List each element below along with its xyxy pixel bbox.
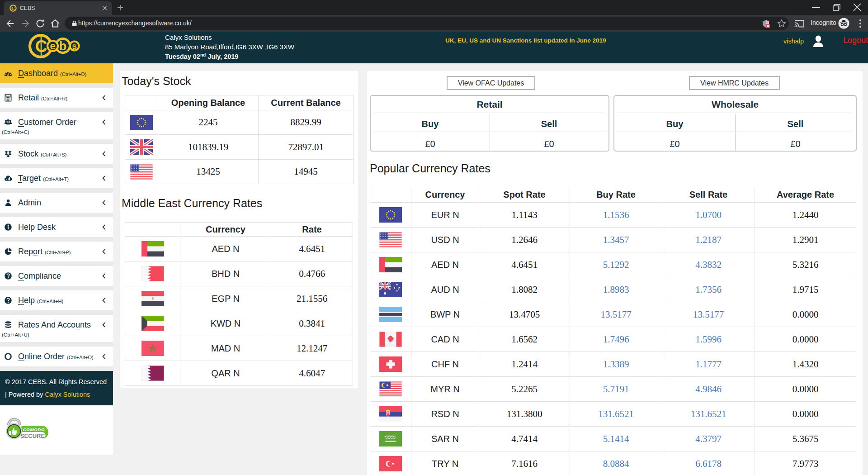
svg-text:SECURE: SECURE: [20, 432, 45, 439]
svg-text:C: C: [11, 5, 15, 11]
svg-text:s: s: [72, 41, 77, 51]
svg-text:e: e: [50, 40, 55, 52]
svg-text:b: b: [59, 39, 67, 53]
svg-text:COMODO: COMODO: [23, 427, 45, 432]
